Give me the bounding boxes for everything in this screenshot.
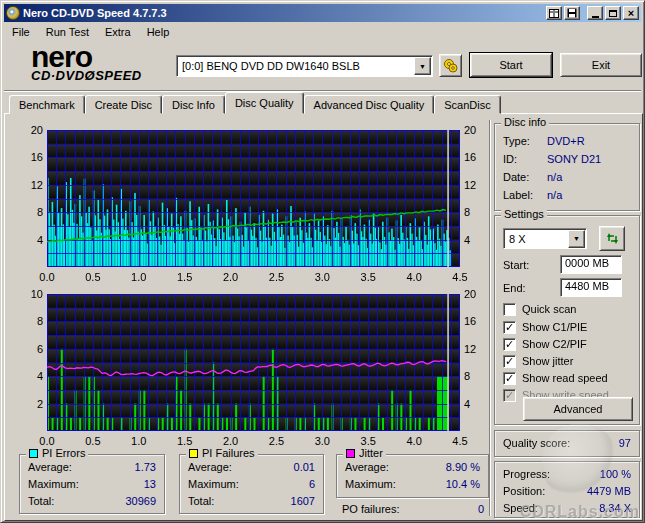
tab-benchmark[interactable]: Benchmark	[9, 95, 85, 114]
jitter-row-1: Maximum:10.4 %	[345, 478, 480, 493]
tab-disc-info[interactable]: Disc Info	[162, 95, 225, 114]
checkbox-show-c2-pif[interactable]: ✓Show C2/PIF	[503, 337, 587, 351]
exit-button[interactable]: Exit	[560, 53, 642, 77]
chart1-yleft-20: 20	[17, 124, 43, 136]
pi-errors-label-1: Maximum:	[28, 478, 79, 493]
chart1-x-0.5: 0.5	[78, 271, 108, 283]
drive-select-arrow[interactable]: ▼	[414, 57, 431, 75]
chart1-yright-12: 12	[464, 179, 490, 191]
disc-info-value-1: SONY D21	[547, 153, 601, 165]
app-disc-icon	[6, 6, 20, 20]
po-failures-label: PO failures:	[342, 503, 399, 518]
disc-info-value-3: n/a	[547, 189, 562, 201]
jitter-label-0: Average:	[345, 461, 389, 476]
checkbox-show-c1-pie[interactable]: ✓Show C1/PIE	[503, 320, 587, 334]
menu-help[interactable]: Help	[139, 24, 178, 40]
chart2-x-3.5: 3.5	[353, 435, 383, 447]
progress-label-0: Progress:	[503, 468, 550, 483]
jitter-row-0: Average:8.90 %	[345, 461, 480, 476]
progress-value-2: 8.34 X	[599, 502, 631, 517]
pi-failures-panel: PI Failures Average:0.01Maximum:6Total:1…	[179, 454, 324, 514]
toolbar-separator	[4, 90, 641, 92]
start-button[interactable]: Start	[470, 53, 552, 77]
pi-failures-swatch	[189, 449, 198, 458]
chart2-x-4.5: 4.5	[445, 435, 475, 447]
pi-errors-row-2: Total:30969	[28, 495, 156, 510]
tab-create-disc[interactable]: Create Disc	[85, 95, 162, 114]
end-field[interactable]: 4480 MB	[560, 278, 622, 297]
pi-errors-swatch	[29, 449, 38, 458]
chart1-x-1.5: 1.5	[170, 271, 200, 283]
start-field[interactable]: 0000 MB	[560, 255, 622, 274]
chart2-yright-8: 8	[464, 370, 490, 382]
checkbox-show-read-speed[interactable]: ✓Show read speed	[503, 371, 608, 385]
disc-info-label-0: Type:	[503, 135, 530, 147]
advanced-button[interactable]: Advanced	[523, 397, 633, 421]
progress-row-0: Progress:100 %	[503, 468, 631, 483]
jitter-title: Jitter	[359, 447, 383, 459]
disc-info-value-0: DVD+R	[547, 135, 585, 147]
checkbox-box[interactable]: ✓	[503, 372, 516, 385]
jitter-value-0: 8.90 %	[446, 461, 480, 476]
po-failures-row: PO failures: 0	[342, 503, 484, 518]
pi-failures-row-0: Average:0.01	[188, 461, 315, 476]
chart1-yleft-12: 12	[17, 179, 43, 191]
checkbox-label: Show jitter	[522, 355, 573, 367]
nero-logo: nero CD·DVDØSPEED	[31, 45, 171, 83]
menu-run-test[interactable]: Run Test	[38, 24, 97, 40]
checkbox-quick-scan[interactable]: Quick scan	[503, 302, 576, 316]
checkbox-show-jitter[interactable]: ✓Show jitter	[503, 354, 573, 368]
pi-errors-value-1: 13	[144, 478, 156, 493]
chart2-yleft-4: 4	[17, 370, 43, 382]
results-icon	[549, 9, 559, 18]
disc-quality-page: 20161284201612840.00.51.01.52.02.53.03.5…	[4, 113, 643, 521]
cddvdspeed-logo-text: CD·DVDØSPEED	[31, 69, 171, 83]
minimize-button[interactable]	[587, 6, 603, 20]
maximize-button[interactable]	[605, 6, 621, 20]
checkbox-box[interactable]: ✓	[503, 338, 516, 351]
chart1-x-4.5: 4.5	[445, 271, 475, 283]
menu-extra[interactable]: Extra	[97, 24, 139, 40]
refresh-button[interactable]	[599, 226, 625, 251]
chart2-x-2.5: 2.5	[261, 435, 291, 447]
drive-select[interactable]: [0:0] BENQ DVD DD DW1640 BSLB ▼	[176, 55, 433, 77]
chart1-yright-20: 20	[464, 124, 490, 136]
close-button[interactable]: ×	[623, 6, 639, 20]
pi-failures-title: PI Failures	[202, 447, 255, 459]
chart2-yleft-2: 2	[17, 398, 43, 410]
refresh-icon	[606, 232, 619, 245]
results-button[interactable]	[546, 6, 562, 20]
checkbox-box[interactable]: ✓	[503, 355, 516, 368]
close-icon: ×	[628, 8, 634, 19]
save-button[interactable]	[564, 6, 580, 20]
jitter-panel: Jitter Average:8.90 %Maximum:10.4 %	[336, 454, 489, 498]
minimize-icon	[592, 16, 599, 18]
speed-select-arrow[interactable]: ▼	[568, 230, 585, 248]
progress-row-1: Position:4479 MB	[503, 485, 631, 500]
chart1-x-3.0: 3.0	[307, 271, 337, 283]
quality-score-label: Quality score:	[503, 437, 570, 452]
checkbox-box[interactable]	[503, 303, 516, 316]
checkbox-box[interactable]: ✓	[503, 321, 516, 334]
pi-errors-label-0: Average:	[28, 461, 72, 476]
checkbox-label: Show C1/PIE	[522, 321, 587, 333]
jitter-label-1: Maximum:	[345, 478, 396, 493]
panel-separator	[489, 120, 491, 516]
checkbox-label: Quick scan	[522, 303, 576, 315]
chart2-x-4.0: 4.0	[399, 435, 429, 447]
pi-errors-row-0: Average:1.73	[28, 461, 156, 476]
eject-drive-button[interactable]	[439, 54, 462, 77]
chart2-x-0.5: 0.5	[78, 435, 108, 447]
chart2-x-0.0: 0.0	[32, 435, 62, 447]
pi-errors-label-2: Total:	[28, 495, 54, 510]
menu-file[interactable]: File	[4, 24, 38, 40]
tab-advanced-disc-quality[interactable]: Advanced Disc Quality	[304, 95, 435, 114]
pi-failures-chart	[47, 294, 460, 431]
tab-disc-quality[interactable]: Disc Quality	[225, 92, 304, 114]
speed-select[interactable]: 8 X ▼	[503, 228, 587, 249]
disc-info-label-1: ID:	[503, 153, 517, 165]
tab-scandisc[interactable]: ScanDisc	[434, 95, 500, 114]
progress-row-2: Speed:8.34 X	[503, 502, 631, 517]
chart2-yleft-6: 6	[17, 343, 43, 355]
settings-title: Settings	[501, 208, 547, 220]
